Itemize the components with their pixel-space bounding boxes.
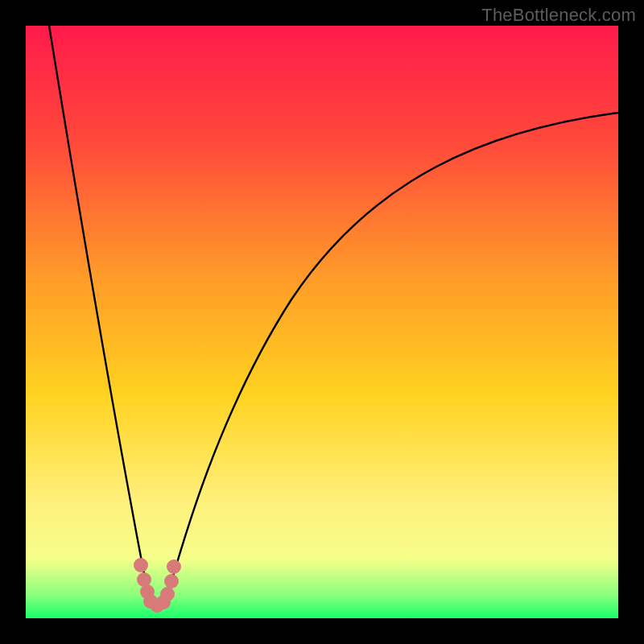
marker-dot [134,558,148,572]
marker-dot [164,574,179,588]
marker-dot [160,587,175,601]
marker-dot [167,559,181,574]
chart-svg [26,26,618,618]
plot-area [26,26,618,618]
watermark-text: TheBottleneck.com [481,5,636,26]
chart-frame: TheBottleneck.com [0,0,644,644]
gradient-background [26,26,618,618]
